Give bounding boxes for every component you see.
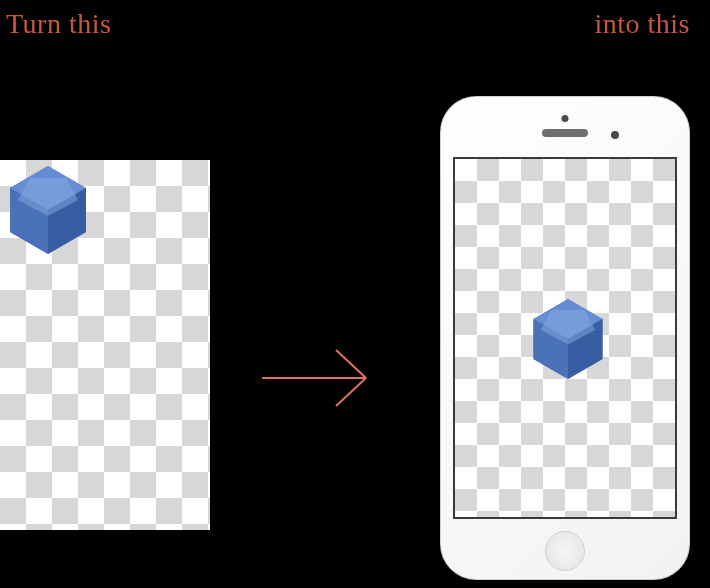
phone-mockup [440, 96, 690, 580]
phone-front-camera-icon [611, 131, 619, 139]
title-right: into this [594, 8, 690, 40]
diagram-stage [0, 40, 710, 580]
svg-line-6 [336, 350, 366, 378]
title-left: Turn this [6, 8, 111, 40]
phone-sensor-icon [562, 115, 569, 122]
phone-screen [453, 157, 677, 519]
hexagon-logo-icon [533, 299, 603, 379]
phone-speaker-icon [542, 129, 588, 137]
arrow-right-icon [258, 338, 378, 418]
source-image-panel [0, 160, 210, 530]
phone-home-button-icon [545, 531, 585, 571]
hexagon-logo-icon [10, 166, 86, 254]
svg-line-7 [336, 378, 366, 406]
